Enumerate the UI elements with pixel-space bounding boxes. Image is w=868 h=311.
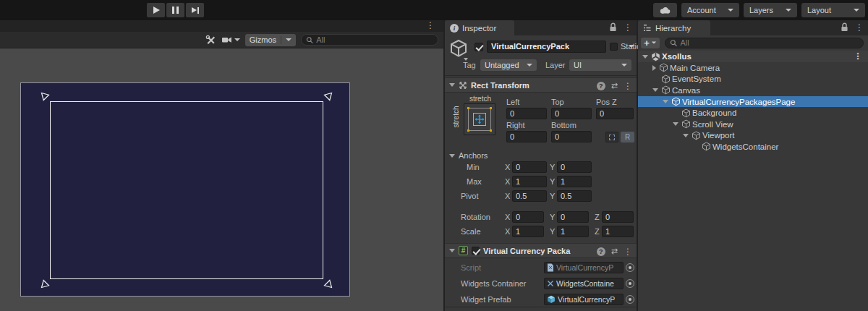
anchor-handle-bottom-left[interactable] [41, 279, 50, 289]
presets-icon[interactable]: ⇄ [611, 81, 618, 90]
help-icon[interactable]: ? [597, 247, 605, 256]
component-enabled-checkbox[interactable] [472, 247, 480, 255]
step-button[interactable] [186, 3, 204, 17]
scene-camera-button[interactable] [221, 35, 240, 44]
layers-dropdown[interactable]: Layers [744, 3, 797, 17]
scene-search-input[interactable] [316, 35, 433, 44]
tab-inspector[interactable]: i Inspector [445, 20, 514, 35]
scale-y-field[interactable]: 1 [557, 226, 589, 237]
gameobject-name-field[interactable]: VirtualCurrencyPack [487, 41, 606, 53]
help-icon[interactable]: ? [597, 82, 605, 90]
layout-dropdown[interactable]: Layout [801, 3, 865, 17]
active-checkbox[interactable] [475, 43, 483, 51]
hierarchy-item-background[interactable]: Background [638, 107, 868, 119]
left-field-label: Left [506, 98, 519, 106]
account-dropdown[interactable]: Account [681, 3, 739, 17]
max-x-field[interactable]: 1 [512, 176, 547, 187]
hierarchy-item-scroll-view[interactable]: Scroll View [638, 119, 868, 130]
ui-canvas[interactable] [20, 82, 350, 297]
scale-z-field[interactable]: 1 [602, 226, 634, 237]
hierarchy-item-widgetscontainer[interactable]: WidgetsContainer [638, 141, 868, 153]
foldout-expanded-icon[interactable] [652, 88, 658, 92]
static-checkbox[interactable] [610, 43, 618, 51]
object-picker-icon[interactable] [626, 279, 634, 288]
scene-row-xsollus[interactable]: Xsollus ⋮ [638, 51, 868, 62]
foldout-expanded-icon[interactable] [663, 100, 668, 103]
min-x-field[interactable]: 0 [512, 161, 547, 173]
rect-transform-gizmo[interactable] [50, 101, 323, 279]
stretch-arrows-icon [475, 114, 485, 124]
hierarchy-tab-label: Hierarchy [655, 24, 691, 33]
object-picker-icon[interactable] [626, 295, 634, 304]
tab-hierarchy[interactable]: Hierarchy [638, 20, 710, 35]
bottom-field[interactable]: 0 [551, 131, 592, 142]
component-menu-icon[interactable]: ⋮ [624, 82, 632, 90]
foldout-expanded-icon[interactable] [673, 122, 678, 126]
hierarchy-item-eventsystem[interactable]: EventSystem [638, 74, 868, 85]
tag-dropdown[interactable]: Untagged [480, 59, 537, 71]
scene-menu-icon[interactable]: ⋮ [854, 52, 862, 61]
anchor-dot [467, 129, 469, 132]
rotation-y-field[interactable]: 0 [557, 211, 589, 223]
pane-menu-icon[interactable]: ⋮ [426, 21, 435, 30]
scale-x-field[interactable]: 1 [512, 226, 544, 237]
layer-dropdown[interactable]: UI [569, 59, 631, 71]
inspector-pane: i Inspector ⋮ VirtualCurrencyPack Static… [445, 20, 637, 311]
anchor-handle-bottom-right[interactable] [323, 279, 333, 289]
static-dropdown-caret[interactable] [629, 45, 634, 48]
anchor-preset-button[interactable] [464, 103, 495, 135]
widgets-container-property-row: Widgets Container WidgetsContaine [445, 278, 637, 290]
widget-prefab-object-field[interactable]: VirtualCurrencyP [544, 294, 624, 305]
hierarchy-item-main-camera[interactable]: Main Camera [638, 62, 868, 74]
rect-transform-ref-icon [547, 280, 554, 287]
pause-button[interactable] [166, 3, 184, 17]
pivot-x-field[interactable]: 0.5 [512, 190, 547, 202]
play-button[interactable] [147, 3, 165, 17]
gameobject-cube-icon[interactable] [449, 39, 468, 58]
hierarchy-item-virtualcurrencypackagespage[interactable]: VirtualCurrencyPackagesPage [638, 96, 868, 108]
hierarchy-item-viewport[interactable]: Viewport [638, 130, 868, 142]
widgets-container-object-field[interactable]: WidgetsContaine [544, 278, 624, 289]
anchor-handle-top-right[interactable] [323, 92, 333, 101]
foldout-expanded-icon[interactable] [683, 134, 689, 137]
blueprint-mode-button[interactable] [605, 132, 618, 142]
anchors-label: Anchors [459, 151, 488, 160]
presets-icon[interactable]: ⇄ [611, 247, 618, 256]
max-y-field[interactable]: 1 [557, 176, 592, 187]
posz-field[interactable]: 0 [596, 108, 634, 119]
scene-viewport[interactable] [0, 48, 443, 311]
rect-transform-header[interactable]: Rect Transform ? ⇄ ⋮ [445, 77, 637, 93]
scene-search-box[interactable] [301, 34, 438, 46]
plus-icon: + [644, 39, 650, 47]
lock-icon[interactable] [609, 22, 617, 32]
script-component-header[interactable]: # Virtual Currency Packa ? ⇄ ⋮ [445, 243, 637, 258]
rotation-x-field[interactable]: 0 [512, 211, 544, 223]
hierarchy-item-canvas[interactable]: Canvas [638, 85, 868, 96]
anchor-handle-top-left[interactable] [41, 92, 50, 101]
min-y-field[interactable]: 0 [557, 161, 592, 173]
foldout-expanded-icon[interactable] [449, 83, 455, 87]
cloud-services-button[interactable] [653, 3, 677, 17]
item-label: Viewport [702, 131, 735, 140]
pane-menu-icon[interactable]: ⋮ [624, 23, 632, 32]
anchors-foldout[interactable]: Anchors [449, 151, 488, 160]
top-field[interactable]: 0 [551, 108, 592, 119]
raw-edit-mode-button[interactable]: R [621, 132, 634, 142]
rotation-z-field[interactable]: 0 [602, 211, 634, 223]
pane-menu-icon[interactable]: ⋮ [855, 23, 864, 32]
script-object-field[interactable]: VirtualCurrencyP [544, 262, 624, 273]
object-picker-icon[interactable] [626, 263, 634, 272]
hierarchy-search-box[interactable] [665, 38, 864, 48]
right-field[interactable]: 0 [506, 131, 547, 142]
scene-tools-button[interactable] [205, 35, 216, 46]
hierarchy-search-input[interactable] [680, 38, 859, 47]
left-field[interactable]: 0 [506, 108, 547, 119]
foldout-collapsed-icon[interactable] [652, 65, 656, 71]
component-menu-icon[interactable]: ⋮ [624, 247, 632, 256]
gizmos-dropdown[interactable]: Gizmos [245, 34, 296, 46]
create-object-button[interactable]: + [641, 38, 660, 48]
foldout-expanded-icon[interactable] [642, 55, 648, 59]
foldout-expanded-icon[interactable] [449, 249, 455, 252]
lock-icon[interactable] [841, 22, 848, 32]
pivot-y-field[interactable]: 0.5 [557, 190, 592, 202]
